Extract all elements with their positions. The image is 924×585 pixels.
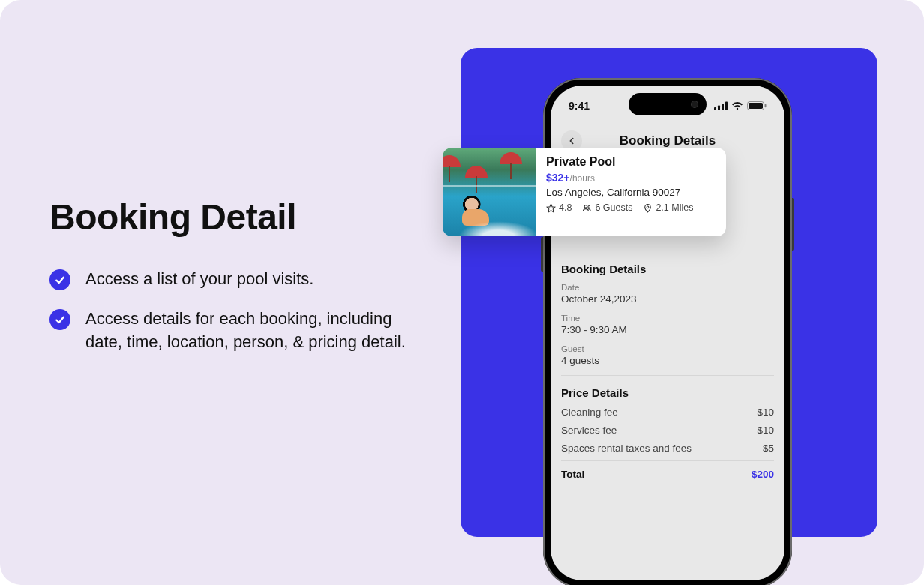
feature-text: Access details for each booking, includi… [86, 308, 410, 354]
svg-rect-6 [722, 104, 724, 110]
total-label: Total [561, 469, 584, 480]
check-icon [50, 309, 70, 330]
pin-icon [643, 203, 652, 213]
star-icon [546, 203, 556, 213]
detail-row: Time 7:30 - 9:30 AM [561, 314, 774, 335]
left-column: Booking Detail Access a list of your poo… [50, 196, 410, 370]
price-total-row: Total $200 [561, 460, 774, 480]
screen-title: Booking Details [561, 134, 774, 148]
listing-price: $32+/hours [546, 172, 716, 184]
svg-rect-7 [725, 102, 728, 111]
section-title: Booking Details [561, 262, 774, 275]
guests-icon [582, 203, 592, 213]
detail-value: 7:30 - 9:30 AM [561, 324, 774, 335]
detail-label: Time [561, 314, 774, 322]
price-row: Cleaning fee $10 [561, 406, 774, 418]
svg-rect-4 [714, 107, 716, 110]
svg-point-3 [647, 206, 650, 208]
status-time: 9:41 [568, 100, 590, 112]
detail-label: Date [561, 283, 774, 292]
rating: 4.8 [546, 202, 572, 213]
price-label: Spaces rental taxes and fees [561, 442, 692, 454]
price-value: $10 [757, 424, 774, 436]
listing-title: Private Pool [546, 155, 716, 169]
price-value: $5 [763, 442, 774, 454]
check-icon [50, 269, 70, 290]
price-row: Services fee $10 [561, 424, 774, 436]
detail-value: October 24,2023 [561, 293, 774, 304]
detail-row: Guest 4 guests [561, 344, 774, 366]
distance-value: 2.1 Miles [656, 202, 693, 213]
listing-card[interactable]: Private Pool $32+/hours Los Angeles, Cal… [442, 148, 726, 236]
device-panel: Private Pool $32+/hours Los Angeles, Cal… [460, 48, 878, 537]
page-title: Booking Detail [50, 196, 410, 238]
price-amount: $32+ [546, 172, 570, 184]
dynamic-island [628, 93, 706, 116]
price-label: Cleaning fee [561, 406, 618, 418]
svg-rect-10 [765, 104, 766, 107]
feature-slide: Booking Detail Access a list of your poo… [0, 0, 924, 585]
feature-list: Access a list of your pool visits. Acces… [50, 268, 410, 353]
feature-item: Access details for each booking, includi… [50, 308, 410, 354]
feature-text: Access a list of your pool visits. [86, 268, 314, 291]
detail-label: Guest [561, 344, 774, 353]
svg-point-2 [588, 206, 590, 208]
detail-row: Date October 24,2023 [561, 283, 774, 304]
price-unit: /hours [570, 173, 595, 184]
cellular-icon [714, 101, 728, 110]
battery-icon [747, 101, 766, 110]
svg-rect-5 [718, 106, 720, 111]
listing-meta: 4.8 6 Guests 2.1 Miles [546, 202, 716, 213]
feature-item: Access a list of your pool visits. [50, 268, 410, 291]
detail-value: 4 guests [561, 355, 774, 366]
listing-image [442, 148, 536, 236]
svg-point-1 [585, 205, 587, 207]
listing-location: Los Angeles, California 90027 [546, 187, 716, 198]
svg-rect-9 [748, 103, 763, 109]
price-details-section: Price Details Cleaning fee $10 Services … [561, 386, 774, 480]
svg-marker-0 [547, 204, 555, 212]
guests: 6 Guests [582, 202, 632, 213]
total-value: $200 [752, 469, 774, 480]
price-label: Services fee [561, 424, 616, 436]
rating-value: 4.8 [559, 202, 572, 213]
section-title: Price Details [561, 386, 774, 399]
divider [561, 375, 774, 376]
listing-body: Private Pool $32+/hours Los Angeles, Cal… [536, 148, 726, 236]
price-value: $10 [757, 406, 774, 418]
status-indicators [714, 101, 766, 110]
price-row: Spaces rental taxes and fees $5 [561, 442, 774, 454]
distance: 2.1 Miles [643, 202, 693, 213]
wifi-icon [731, 101, 743, 110]
guests-value: 6 Guests [595, 202, 632, 213]
